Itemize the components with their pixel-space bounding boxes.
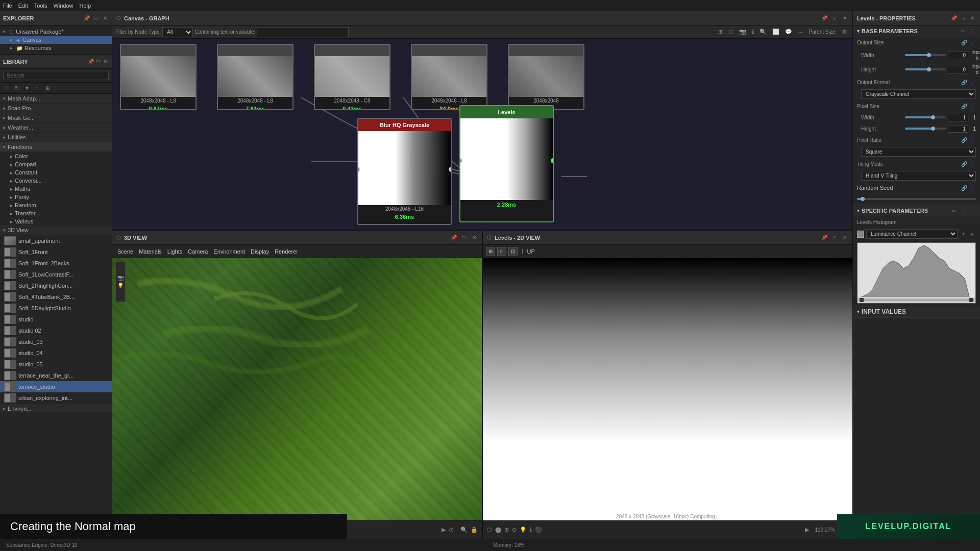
- view2d-pin-btn[interactable]: 📌: [821, 234, 828, 241]
- lib-file-soft-4tube[interactable]: Soft_4TubeBank_2B...: [0, 291, 112, 303]
- output-width-slider[interactable]: [905, 54, 946, 56]
- hist-right-handle[interactable]: [969, 298, 973, 302]
- explorer-pin-icon[interactable]: 📌: [83, 15, 90, 22]
- view2d-status-btn-2[interactable]: ⬤: [495, 527, 501, 533]
- node-card-3[interactable]: 2048x2048 - C8 0.41ms: [314, 44, 390, 110]
- menu-help[interactable]: Help: [80, 3, 91, 9]
- output-height-input[interactable]: [948, 66, 968, 73]
- view2d-status-btn-5[interactable]: 💡: [520, 527, 527, 533]
- menu-file[interactable]: File: [3, 3, 12, 9]
- view3d-menu-environment[interactable]: Environment: [211, 248, 247, 255]
- node-card-5[interactable]: 2048x2048 3.6ms: [508, 44, 584, 110]
- output-size-link-btn[interactable]: 🔗: [961, 39, 968, 46]
- tree-item-package[interactable]: ▾ ⬡ Unsaved Package*: [0, 28, 112, 36]
- lib-item-parity[interactable]: ▸ Parity: [0, 193, 112, 201]
- library-search-input[interactable]: [3, 71, 109, 80]
- specific-add-btn[interactable]: +: [960, 207, 967, 214]
- node-card-4[interactable]: 2048x2048 - L8 34.0ms: [411, 44, 487, 110]
- view2d-status-btn-7[interactable]: ⚫: [535, 527, 542, 533]
- lib-item-transfor[interactable]: ▸ Transfor...: [0, 209, 112, 217]
- props-pin-btn[interactable]: 📌: [950, 15, 958, 22]
- base-params-header[interactable]: ▾ BASE PARAMETERS ✏ ⋮: [853, 26, 980, 37]
- graph-max-btn[interactable]: □: [831, 15, 838, 22]
- containing-input[interactable]: [257, 27, 349, 37]
- pixel-height-slider[interactable]: [905, 128, 946, 130]
- random-seed-more-btn[interactable]: ⋮: [969, 184, 976, 191]
- input-values-header[interactable]: ▾ INPUT VALUES ⋮: [853, 306, 980, 317]
- lib-file-tomoco[interactable]: tomoco_studio: [0, 381, 112, 392]
- lib-file-studio05[interactable]: studio_05: [0, 359, 112, 370]
- view3d-render-btn[interactable]: ▶: [442, 527, 446, 533]
- tiling-mode-more-btn[interactable]: ⋮: [969, 160, 976, 167]
- random-seed-link-btn[interactable]: 🔗: [961, 184, 968, 191]
- view3d-menu-lights[interactable]: Lights: [165, 248, 184, 255]
- specific-edit-btn[interactable]: ✏: [950, 207, 958, 214]
- library-close-icon[interactable]: ✕: [102, 58, 109, 65]
- view3d-fps-btn[interactable]: ⏱: [449, 527, 454, 533]
- output-width-input[interactable]: [948, 52, 968, 59]
- view3d-close-btn[interactable]: ✕: [471, 234, 478, 241]
- view2d-status-btn-3[interactable]: ⊞: [504, 527, 509, 533]
- view2d-actual-icon[interactable]: ⊡: [508, 247, 518, 256]
- pixel-width-slider[interactable]: [905, 116, 946, 118]
- input-values-more-btn[interactable]: ⋮: [969, 308, 976, 315]
- channel-right-btn[interactable]: ▸: [969, 231, 976, 238]
- props-max-btn[interactable]: □: [960, 15, 967, 22]
- view3d-pin-btn[interactable]: 📌: [450, 234, 457, 241]
- channel-down-btn[interactable]: ▾: [960, 231, 967, 238]
- lib-file-soft-1low[interactable]: Soft_1LowContrastF...: [0, 269, 112, 280]
- menu-window[interactable]: Window: [53, 3, 73, 9]
- graph-tool-3[interactable]: 📷: [737, 27, 748, 37]
- lib-filter-btn[interactable]: ▼: [22, 84, 32, 93]
- tree-item-resources[interactable]: ▸ 📁 Resources: [0, 44, 112, 52]
- filter-node-type-select[interactable]: All: [162, 27, 193, 37]
- pixel-width-input[interactable]: [948, 114, 968, 121]
- lib-file-soft-5daylight[interactable]: Soft_5DaylightStudio: [0, 303, 112, 314]
- graph-close-btn[interactable]: ✕: [841, 15, 848, 22]
- lib-item-color[interactable]: ▸ Color: [0, 152, 112, 160]
- pixel-size-link-btn[interactable]: 🔗: [961, 103, 968, 110]
- graph-canvas[interactable]: 2048x2048 - L8 0.67ms 2048x2048 - L8 7.8…: [112, 39, 852, 230]
- graph-tool-4[interactable]: ℹ: [750, 27, 756, 37]
- lib-sort-btn[interactable]: ≡: [33, 84, 42, 93]
- graph-tool-comment[interactable]: 💬: [783, 27, 794, 37]
- lib-grid-btn[interactable]: ⊞: [43, 84, 52, 93]
- node-blur-hq[interactable]: Blur HQ Grayscale 2048x2048 - L16 6.36ms: [357, 118, 452, 225]
- output-height-slider[interactable]: [905, 68, 946, 70]
- pixel-ratio-link-btn[interactable]: 🔗: [961, 136, 968, 143]
- view3d-menu-camera[interactable]: Camera: [186, 248, 210, 255]
- view3d-menu-materials[interactable]: Materials: [137, 248, 164, 255]
- output-size-more-btn[interactable]: ⋮: [969, 39, 976, 46]
- menu-tools[interactable]: Tools: [34, 3, 47, 9]
- channel-select[interactable]: Luminance Channel: [866, 229, 958, 239]
- graph-tool-nav[interactable]: ↔: [796, 27, 805, 37]
- output-format-select[interactable]: Grayscale Channel: [861, 89, 976, 99]
- pixel-size-more-btn[interactable]: ⋮: [969, 103, 976, 110]
- specific-params-header[interactable]: ▾ SPECIFIC PARAMETERS ✏ + ⋮: [853, 205, 980, 216]
- output-format-link-btn[interactable]: 🔗: [961, 79, 968, 86]
- lib-file-soft-2ring[interactable]: Soft_2RingHighCon...: [0, 280, 112, 291]
- graph-tool-settings[interactable]: ⚙: [840, 27, 849, 37]
- histogram-slider[interactable]: [857, 297, 975, 303]
- view2d-close-btn[interactable]: ✕: [841, 234, 848, 241]
- explorer-max-icon[interactable]: □: [92, 15, 100, 22]
- view2d-status-btn-6[interactable]: ℹ: [530, 527, 532, 533]
- node-card-1[interactable]: 2048x2048 - L8 0.67ms: [120, 44, 197, 110]
- lib-item-various[interactable]: ▸ Various: [0, 217, 112, 226]
- view3d-menu-scene[interactable]: Scene: [115, 248, 135, 255]
- view2d-max-btn[interactable]: □: [831, 234, 838, 241]
- lib-item-compari[interactable]: ▸ Compari...: [0, 160, 112, 168]
- view2d-status-btn-1[interactable]: ⬡: [487, 527, 492, 533]
- node-levels[interactable]: 📄 ⚫ Levels 2.28ms: [459, 105, 554, 222]
- props-close-btn[interactable]: ✕: [969, 15, 976, 22]
- graph-tool-frame[interactable]: ⬜: [770, 27, 781, 37]
- lib-file-terrace[interactable]: terrace_near_the_gr...: [0, 370, 112, 381]
- specific-more-btn[interactable]: ⋮: [969, 207, 976, 214]
- lib-section-mesh[interactable]: ▾ Mesh Adap...: [0, 94, 112, 104]
- tree-item-canvas[interactable]: ▸ ◈ Canvas: [0, 36, 112, 44]
- channel-color-swatch[interactable]: [857, 231, 864, 238]
- tiling-mode-select[interactable]: H and V Tiling: [861, 171, 976, 181]
- library-pin-icon[interactable]: 📌: [87, 58, 94, 65]
- base-params-info-btn[interactable]: ⋮: [969, 28, 976, 35]
- lib-file-studio03[interactable]: studio_03: [0, 336, 112, 347]
